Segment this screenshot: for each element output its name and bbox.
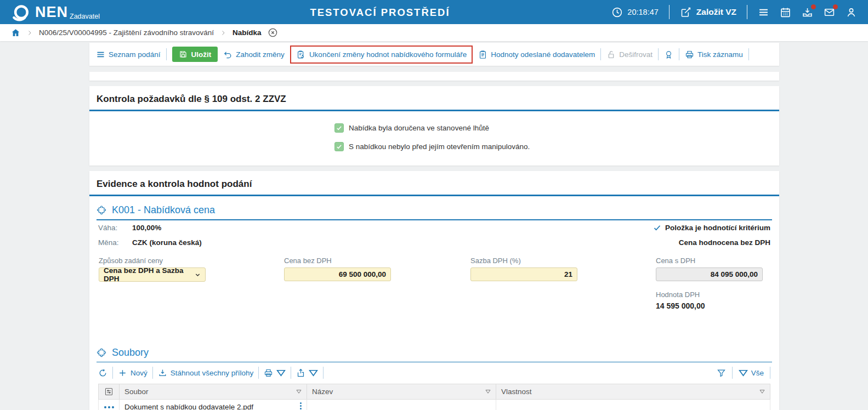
award-button[interactable] <box>664 50 673 59</box>
home-button[interactable] <box>11 28 20 37</box>
undo-icon <box>223 50 232 59</box>
file-name[interactable]: Dokument s nabídkou dodavatele 2.pdf <box>124 403 253 410</box>
discard-changes-button[interactable]: Zahodit změny <box>223 50 285 59</box>
puzzle-icon <box>97 348 107 358</box>
divider <box>748 48 749 60</box>
divider <box>658 48 659 60</box>
messages-button[interactable] <box>824 7 835 18</box>
dropdown-triangle-icon <box>739 368 748 378</box>
clock-icon <box>611 7 623 18</box>
breadcrumb: N006/25/V00004995 - Zajištění závodního … <box>0 24 868 41</box>
collapsed-bar <box>89 72 779 81</box>
filter-button[interactable] <box>717 368 726 378</box>
print-record-button[interactable]: Tisk záznamu <box>685 50 743 59</box>
inbox-download-button[interactable] <box>802 7 813 18</box>
divider <box>669 5 670 19</box>
user-icon[interactable] <box>846 7 857 18</box>
column-vlastnost-label: Vlastnost <box>501 388 532 396</box>
section-k001: K001 - Nabídková cena Váha: 100,00% Polo… <box>97 196 772 320</box>
refresh-icon <box>98 368 107 378</box>
dropdown-triangle-icon[interactable] <box>309 368 318 378</box>
clipboard-sync-icon <box>296 50 305 59</box>
menu-icon[interactable] <box>758 7 769 18</box>
save-label: Uložit <box>191 50 212 59</box>
supplier-values-button[interactable]: Hodnoty odeslané dodavatelem <box>478 50 595 59</box>
chevron-down-icon <box>195 272 201 278</box>
vat-amount-value: 14 595 000,00 <box>656 301 705 310</box>
files-title: Soubory <box>112 347 149 358</box>
checked-checkbox-icon[interactable] <box>334 142 344 151</box>
price-mode-select[interactable]: Cena bez DPH a Sazba DPH <box>99 267 206 282</box>
table-settings-header[interactable] <box>99 384 120 400</box>
close-tab-button[interactable] <box>268 27 278 38</box>
print-files-button[interactable] <box>264 368 286 378</box>
nen-logo[interactable]: NEN Zadavatel <box>11 2 100 23</box>
notification-dot <box>833 4 838 9</box>
price-mode-value: Cena bez DPH a Sazba DPH <box>104 266 195 283</box>
view-all-label: Vše <box>751 369 764 377</box>
column-header-nazev[interactable]: Název <box>307 384 496 400</box>
divider <box>291 367 291 379</box>
notification-dot <box>811 4 816 9</box>
table-row[interactable]: Dokument s nabídkou dodavatele 2.pdf <box>99 400 770 410</box>
price-no-vat-input[interactable] <box>284 267 391 281</box>
checked-checkbox-icon[interactable] <box>334 123 344 133</box>
check-not-manipulated-label: S nabídkou nebylo před jejím otevřením m… <box>349 143 530 151</box>
sliders-icon <box>104 387 114 396</box>
puzzle-icon <box>97 205 107 215</box>
check-delivered-in-time: Nabídka byla doručena ve stanovené lhůtě <box>334 123 779 133</box>
drag-handle-icon[interactable] <box>300 402 302 410</box>
home-icon <box>11 28 20 37</box>
save-icon <box>179 50 188 59</box>
export-button[interactable] <box>296 368 318 378</box>
vat-rate-label: Sazba DPH (%) <box>470 257 577 265</box>
check-icon <box>653 224 661 232</box>
panel-evidence: Evidence a kontrola hodnot podání K001 -… <box>89 171 779 410</box>
submissions-list-button[interactable]: Seznam podání <box>96 50 161 59</box>
edit-icon <box>680 7 691 18</box>
evaluation-note: Cena hodnocena bez DPH <box>679 238 770 247</box>
vat-amount-label: Hodnota DPH <box>656 291 705 299</box>
price-form: Způsob zadání ceny Cena bez DPH a Sazba … <box>97 257 772 320</box>
dropdown-triangle-icon[interactable] <box>276 368 286 378</box>
currency-label: Měna: <box>98 238 132 247</box>
supplier-values-label: Hodnoty odeslané dodavatelem <box>491 50 595 59</box>
column-filter-icon[interactable] <box>485 389 491 394</box>
discard-changes-label: Zahodit změny <box>236 50 285 59</box>
column-filter-icon[interactable] <box>296 389 302 394</box>
divider <box>166 48 167 60</box>
divider <box>600 48 601 60</box>
new-file-button[interactable]: Nový <box>118 368 147 378</box>
refresh-button[interactable] <box>98 368 107 378</box>
column-header-soubor[interactable]: Soubor <box>120 384 307 400</box>
file-cell[interactable]: Dokument s nabídkou dodavatele 2.pdf <box>120 400 307 410</box>
column-header-vlastnost[interactable]: Vlastnost <box>496 384 770 400</box>
breadcrumb-contract[interactable]: N006/25/V00004995 - Zajištění závodního … <box>39 29 214 37</box>
panel-kontrola: Kontrola požadavků dle § 109 odst. 2 ZZV… <box>89 86 779 166</box>
divider <box>112 367 113 379</box>
check-not-manipulated: S nabídkou nebylo před jejím otevřením m… <box>334 142 779 151</box>
divider <box>747 5 747 19</box>
view-all-dropdown[interactable]: Vše <box>739 368 764 378</box>
session-timer: 20:18:47 <box>611 7 658 18</box>
weight-value: 100,00% <box>132 224 161 232</box>
save-button[interactable]: Uložit <box>172 47 218 62</box>
criterion-flag-label: Položka je hodnotící kritérium <box>665 224 770 232</box>
create-vz-button[interactable]: Založit VZ <box>680 7 736 18</box>
close-circle-icon <box>268 27 278 38</box>
row-actions-button[interactable] <box>99 400 120 410</box>
clipboard-icon <box>478 50 487 59</box>
brand-text: NEN <box>35 5 68 20</box>
action-toolbar: Seznam podání Uložit Zahodit změny Ukonč… <box>89 43 779 66</box>
price-with-vat-input <box>656 267 763 281</box>
vat-rate-input[interactable] <box>470 267 577 281</box>
divider <box>679 48 679 60</box>
calendar-icon[interactable] <box>780 7 791 18</box>
download-all-button[interactable]: Stáhnout všechny přílohy <box>158 368 254 378</box>
column-soubor-label: Soubor <box>124 388 149 396</box>
divider <box>323 367 324 379</box>
finish-value-change-button[interactable]: Ukončení změny hodnot nabídkového formul… <box>290 45 473 64</box>
divider <box>770 367 770 379</box>
column-filter-icon[interactable] <box>759 389 765 394</box>
funnel-icon <box>717 368 726 378</box>
